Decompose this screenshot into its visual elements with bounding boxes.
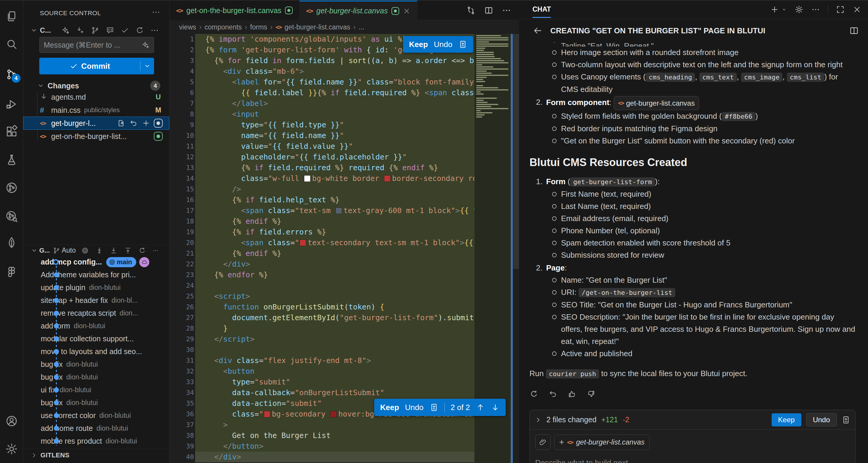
chevron-right-icon[interactable] — [534, 416, 542, 424]
file-chip[interactable]: <>get-burger-list.canvas — [614, 96, 699, 110]
scm-change-row[interactable]: <>get-on-the-burger-list... — [23, 130, 169, 143]
open-changes-icon[interactable] — [466, 6, 476, 15]
graph-section-header[interactable]: G... Auto — [23, 245, 169, 256]
back-icon[interactable] — [532, 26, 542, 36]
breadcrumb-item[interactable]: ... — [359, 23, 364, 31]
commit-row[interactable]: ui fixdion-blutui — [23, 383, 169, 396]
commit-row[interactable]: sitemap + header fixdion-bl... — [23, 294, 169, 307]
refresh-graph-icon[interactable] — [138, 247, 146, 254]
undo-button[interactable]: Undo — [405, 403, 424, 412]
commit-check-icon[interactable] — [121, 26, 129, 35]
search-icon[interactable] — [5, 38, 18, 51]
open-in-editor-icon[interactable] — [849, 26, 859, 36]
keep-button[interactable]: Keep — [409, 40, 428, 49]
commit-row[interactable]: bug fixdion-blutui — [23, 396, 169, 409]
chevron-down-icon[interactable] — [30, 26, 38, 34]
graph-more-icon[interactable] — [153, 248, 159, 253]
chat-more-icon[interactable] — [811, 5, 820, 14]
commit-row[interactable]: modular collection support... — [23, 332, 169, 345]
commit-button[interactable]: Commit — [39, 58, 154, 74]
more-actions-icon[interactable] — [150, 26, 159, 35]
commit-row[interactable]: bug fixdion-blutui — [23, 358, 169, 371]
keep-button[interactable]: Keep — [380, 403, 399, 412]
branch-badge[interactable]: main — [106, 257, 136, 267]
refresh-icon[interactable] — [135, 26, 144, 35]
composer-placeholder[interactable]: Describe what to build next — [535, 458, 850, 463]
new-chat-dropdown-icon[interactable] — [781, 7, 787, 12]
tab-close-icon[interactable] — [403, 7, 410, 15]
testing-icon[interactable] — [5, 153, 18, 166]
undo-button[interactable]: Undo — [434, 40, 453, 49]
editor-tab[interactable]: <>get-on-the-burger-list.canvas — [169, 1, 300, 20]
next-diff-icon[interactable] — [491, 403, 500, 412]
new-chat-icon[interactable] — [770, 5, 779, 14]
breadcrumb-item[interactable]: views — [179, 23, 196, 31]
mongodb-icon[interactable] — [5, 236, 18, 249]
changes-section-header[interactable]: Changes 4 — [23, 80, 169, 92]
settings-gear-icon[interactable] — [5, 442, 18, 456]
commit-row[interactable]: move to layouts and add seo... — [23, 345, 169, 358]
attach-button[interactable] — [535, 434, 551, 450]
commit-row[interactable]: use correct colordion-blutui — [23, 409, 169, 422]
files-changed-bar[interactable]: 2 files changed +121 -2 Keep Undo — [530, 410, 855, 430]
keep-button[interactable]: Keep — [772, 413, 801, 426]
file-diff-icon[interactable] — [458, 40, 467, 49]
file-diff-icon[interactable] — [841, 415, 850, 424]
chat-settings-icon[interactable] — [795, 5, 803, 14]
commit-row[interactable]: Add theme variables for pri... — [23, 268, 169, 281]
previous-diff-icon[interactable] — [476, 403, 485, 412]
commit-row[interactable]: remove recaptca scriptdion... — [23, 307, 169, 319]
extensions-icon[interactable] — [5, 125, 18, 138]
thumbs-up-icon[interactable] — [567, 390, 577, 398]
graph-view-icon[interactable] — [91, 26, 100, 35]
rollback-icon[interactable] — [549, 390, 557, 398]
discard-changes-icon[interactable] — [129, 119, 138, 127]
target-commit-icon[interactable] — [81, 247, 89, 254]
commit-row[interactable]: update plugindion-blutui — [23, 281, 169, 294]
scm-change-row[interactable]: agents.mdU — [23, 90, 169, 103]
pull-create-icon[interactable] — [76, 26, 85, 35]
gitlens-section-header[interactable]: GITLENS — [23, 449, 169, 461]
graph-branch-picker[interactable]: Auto — [53, 246, 75, 254]
breadcrumb-item[interactable]: forms — [250, 23, 268, 31]
attached-file-chip[interactable]: + <> get-burger-list.canvas — [554, 434, 650, 450]
pull-icon[interactable] — [110, 247, 118, 254]
sidebar-more-icon[interactable] — [151, 8, 160, 17]
commit-row[interactable]: bug fixdion-blutui — [23, 371, 169, 383]
generate-commit-message-icon[interactable] — [61, 26, 70, 35]
commit-row[interactable]: add mcp config...main — [23, 256, 169, 268]
gitlens-inspect-icon[interactable] — [5, 210, 18, 223]
files-icon[interactable] — [5, 10, 18, 23]
breadcrumb-item[interactable]: components — [205, 23, 242, 31]
commit-dropdown[interactable] — [141, 62, 154, 70]
scm-change-row[interactable]: #main.csspublic/stylesM — [23, 103, 169, 117]
accounts-icon[interactable] — [5, 414, 18, 428]
breadcrumb-item[interactable]: get-burger-list.canvas — [284, 23, 350, 31]
editor-more-icon[interactable] — [502, 6, 512, 15]
figma-icon[interactable] — [5, 266, 18, 279]
chat-tab[interactable]: CHAT — [532, 5, 551, 18]
push-icon[interactable] — [124, 247, 132, 254]
stage-changes-icon[interactable] — [142, 119, 150, 127]
scm-change-row[interactable]: <>get-burger-l... — [23, 117, 169, 130]
gitlens-icon[interactable] — [5, 181, 18, 194]
commit-row[interactable]: add formdion-blutui — [23, 319, 169, 332]
thumbs-down-icon[interactable] — [587, 390, 595, 398]
file-diff-icon[interactable] — [430, 403, 438, 412]
comment-code-icon[interactable] — [105, 26, 115, 35]
retry-icon[interactable] — [529, 390, 538, 398]
source-control-icon[interactable]: 4 — [5, 68, 18, 81]
commit-row[interactable]: add home routedion-blutui — [23, 422, 169, 435]
repo-row[interactable]: C... — [30, 24, 163, 36]
split-editor-icon[interactable] — [484, 6, 494, 15]
undo-button[interactable]: Undo — [806, 413, 837, 426]
editor-scrollbar[interactable] — [513, 34, 519, 269]
fetch-icon[interactable] — [95, 247, 103, 254]
expand-icon[interactable] — [836, 5, 845, 14]
editor-tab[interactable]: <>get-burger-list.canvas — [300, 1, 417, 20]
open-file-icon[interactable] — [117, 119, 125, 127]
commit-row[interactable]: mobile res productdion-blutui — [23, 435, 169, 447]
sparkle-icon[interactable] — [141, 41, 150, 49]
close-icon[interactable] — [852, 5, 862, 14]
run-debug-icon[interactable] — [5, 98, 18, 111]
